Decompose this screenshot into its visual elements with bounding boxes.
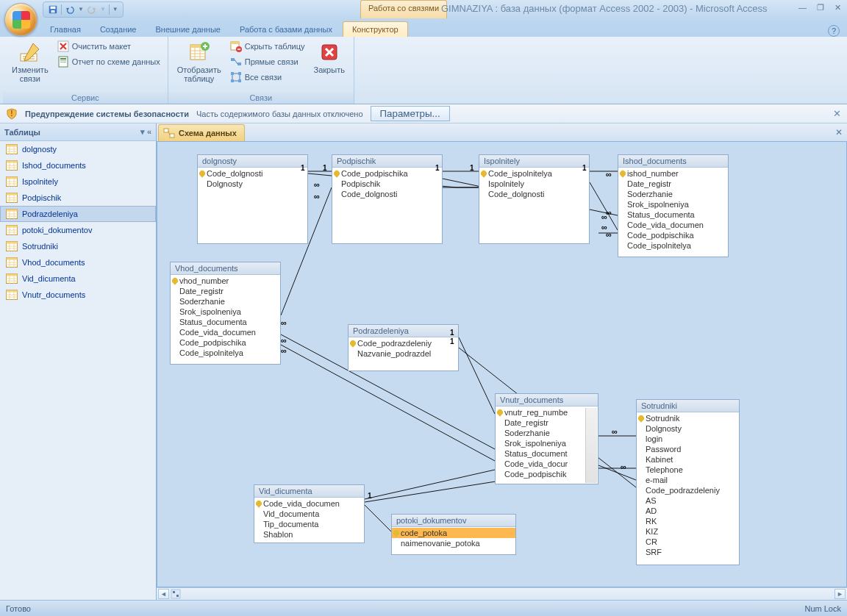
close-button[interactable]: Закрыть: [310, 39, 349, 76]
table-box-Podrazdeleniya[interactable]: PodrazdeleniyaCode_podrazdeleniyNazvanie…: [348, 324, 459, 371]
nav-header[interactable]: Таблицы ▾«: [0, 123, 156, 141]
table-field[interactable]: Code_vida_documen: [171, 327, 280, 337]
table-field[interactable]: Code_vida_documen: [618, 220, 728, 230]
table-box-title[interactable]: Ispolnitely: [479, 155, 589, 168]
table-field[interactable]: Date_registr: [496, 418, 598, 428]
save-icon[interactable]: [48, 4, 58, 15]
table-field[interactable]: Code_dolgnosti: [198, 168, 307, 179]
nav-item[interactable]: Vid_dicumenta: [0, 271, 156, 287]
table-field[interactable]: SRF: [637, 547, 739, 557]
table-box-Sotrudniki[interactable]: SotrudnikiSotrudnikDolgnostyloginPasswor…: [636, 399, 740, 565]
qat-customize-icon[interactable]: ▼: [112, 6, 118, 12]
table-field[interactable]: Status_document: [496, 448, 598, 459]
tab-home[interactable]: Главная: [41, 22, 90, 37]
document-tab[interactable]: Схема данных: [158, 124, 245, 141]
table-box-Ishod_documents[interactable]: Ishod_documentsishod_numberDate_registrS…: [618, 154, 729, 257]
table-field[interactable]: KIZ: [637, 526, 739, 537]
table-box-dolgnosty[interactable]: dolgnostyCode_dolgnostiDolgnosty: [197, 154, 308, 244]
all-relations-button[interactable]: Все связи: [227, 70, 308, 85]
nav-item[interactable]: Podpischik: [0, 190, 156, 206]
table-field[interactable]: Code_ispolnitelya: [618, 240, 728, 251]
table-field[interactable]: Code_podrazdeleniy: [637, 485, 739, 495]
table-field[interactable]: Date_registr: [618, 179, 728, 189]
table-box-potoki_dokumentov[interactable]: potoki_dokumentovcode_potokanaimenovanie…: [391, 514, 516, 555]
table-field[interactable]: Status_documenta: [171, 317, 280, 327]
table-field[interactable]: Code_vida_documen: [254, 498, 364, 509]
table-box-Vnutr_documents[interactable]: Vnutr_documentsvnutr_reg_numbeDate_regis…: [495, 393, 598, 484]
table-box-title[interactable]: Podrazdeleniya: [349, 325, 458, 337]
minimize-icon[interactable]: —: [798, 3, 807, 12]
table-field[interactable]: AD: [637, 506, 739, 516]
redo-icon[interactable]: [87, 4, 97, 15]
clear-layout-button[interactable]: Очистить макет: [54, 39, 163, 54]
table-field[interactable]: ishod_number: [618, 168, 728, 179]
edit-relations-button[interactable]: Изменить связи: [7, 39, 53, 85]
undo-dropdown-icon[interactable]: ▼: [78, 6, 84, 12]
table-box-title[interactable]: Vhod_documents: [171, 262, 280, 275]
office-button[interactable]: [4, 3, 37, 36]
scroll-left-icon[interactable]: ◄: [158, 589, 169, 599]
table-field[interactable]: Vid_documenta: [254, 509, 364, 519]
table-field[interactable]: Dolgnosty: [637, 423, 739, 434]
show-table-button[interactable]: Отобразить таблицу: [173, 39, 226, 85]
nav-item[interactable]: dolgnosty: [0, 141, 156, 157]
table-field[interactable]: Dolgnosty: [198, 179, 307, 189]
relation-report-button[interactable]: Отчет по схеме данных: [54, 54, 163, 69]
nav-item[interactable]: potoki_dokumentov: [0, 222, 156, 238]
table-field[interactable]: Code_ispolnitelya: [171, 348, 280, 358]
restore-icon[interactable]: ❐: [817, 3, 824, 12]
hide-table-button[interactable]: Скрыть таблицу: [227, 39, 308, 54]
table-field[interactable]: Podpischik: [332, 179, 442, 189]
undo-icon[interactable]: [65, 4, 75, 15]
nav-item[interactable]: Podrazdeleniya: [0, 206, 156, 222]
table-field[interactable]: Soderzhanie: [618, 189, 728, 199]
table-field[interactable]: login: [637, 434, 739, 444]
relations-canvas[interactable]: dolgnostyCode_dolgnostiDolgnostyPodpisch…: [157, 141, 847, 587]
table-box-title[interactable]: Vid_dicumenta: [254, 485, 364, 498]
table-field[interactable]: Soderzhanie: [171, 296, 280, 307]
horizontal-scrollbar[interactable]: ◄ ►: [157, 587, 847, 600]
table-box-title[interactable]: Ishod_documents: [618, 155, 728, 168]
table-box-Ispolnitely[interactable]: IspolnitelyCode_ispolnitelyaIspolnitelyC…: [479, 154, 590, 244]
table-field[interactable]: Code_dolgnosti: [479, 189, 589, 199]
table-field[interactable]: Code_podrazdeleniy: [349, 338, 458, 348]
table-box-Podpischik[interactable]: PodpischikCode_podpischikaPodpischikCode…: [332, 154, 443, 244]
table-field[interactable]: Srok_ispolneniya: [171, 307, 280, 317]
table-field[interactable]: Kabinet: [637, 454, 739, 465]
table-field[interactable]: naimenovanie_potoka: [392, 538, 515, 548]
table-box-title[interactable]: Podpischik: [332, 155, 442, 168]
table-field[interactable]: Code_vida_docur: [496, 459, 598, 469]
table-field[interactable]: vnutr_reg_numbe: [496, 407, 598, 418]
direct-relations-button[interactable]: Прямые связи: [227, 54, 308, 69]
nav-item[interactable]: Ishod_documents: [0, 157, 156, 173]
security-options-button[interactable]: Параметры...: [371, 106, 450, 121]
table-field[interactable]: Code_dolgnosti: [332, 189, 442, 199]
nav-item[interactable]: Sotrudniki: [0, 238, 156, 254]
table-field[interactable]: Code_podpischika: [171, 337, 280, 348]
table-field[interactable]: CR: [637, 537, 739, 547]
table-field[interactable]: Ispolnitely: [479, 179, 589, 189]
table-box-Vhod_documents[interactable]: Vhod_documentsvhod_numberDate_registrSod…: [170, 262, 281, 365]
table-field[interactable]: Sotrudnik: [637, 413, 739, 423]
nav-item[interactable]: Vnutr_documents: [0, 287, 156, 303]
table-field[interactable]: Soderzhanie: [496, 428, 598, 438]
table-field[interactable]: vhod_number: [171, 276, 280, 286]
table-box-title[interactable]: potoki_dokumentov: [392, 515, 515, 527]
table-field[interactable]: Shablon: [254, 529, 364, 540]
table-field[interactable]: Nazvanie_podrazdel: [349, 348, 458, 359]
nav-dropdown-icon[interactable]: ▾: [140, 127, 145, 137]
redo-dropdown-icon[interactable]: ▼: [100, 6, 106, 12]
table-field[interactable]: AS: [637, 495, 739, 506]
table-field[interactable]: Telephone: [637, 465, 739, 475]
help-icon[interactable]: ?: [828, 25, 840, 37]
table-box-title[interactable]: Vnutr_documents: [496, 394, 598, 407]
table-scrollbar[interactable]: [585, 408, 597, 483]
table-field[interactable]: Code_ispolnitelya: [479, 168, 589, 179]
tab-design[interactable]: Конструктор: [343, 21, 408, 37]
table-field[interactable]: Srok_ispolneniya: [618, 199, 728, 209]
table-field[interactable]: Date_registr: [171, 286, 280, 296]
tab-external[interactable]: Внешние данные: [147, 22, 229, 37]
table-box-title[interactable]: Sotrudniki: [637, 400, 739, 412]
table-field[interactable]: Password: [637, 444, 739, 454]
table-field[interactable]: e-mail: [637, 475, 739, 485]
